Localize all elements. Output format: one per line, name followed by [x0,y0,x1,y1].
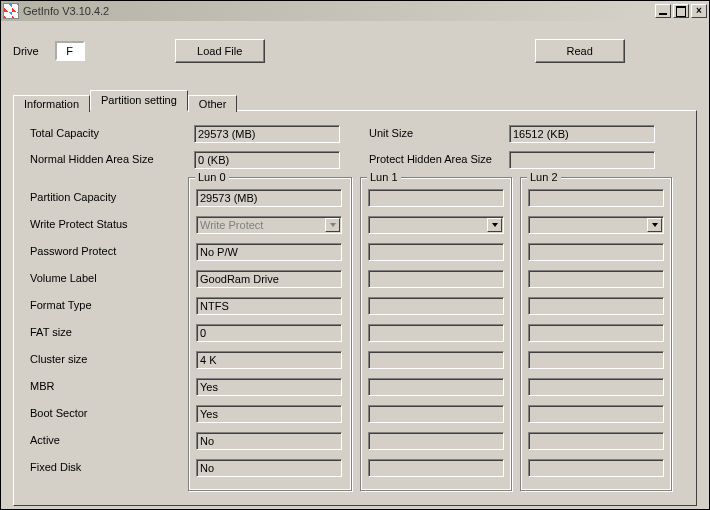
lun1-partition-capacity [368,189,504,207]
lun2-partition-capacity [528,189,664,207]
lun0-format-type: NTFS [196,297,342,315]
tabstrip: Information Partition setting Other [13,89,697,110]
lun0-volume-label: GoodRam Drive [196,270,342,288]
titlebar: GetInfo V3.10.4.2 × [1,1,709,21]
tab-panel: Total Capacity 29573 (MB) Unit Size 1651… [13,110,697,506]
label-mbr: MBR [30,380,54,392]
label-password-protect: Password Protect [30,245,116,257]
lun1-active [368,432,504,450]
lun0-fixed-disk: No [196,459,342,477]
value-unit-size: 16512 (KB) [509,125,655,143]
toolbar: Drive F Load File Read [13,31,697,71]
tab-other[interactable]: Other [188,95,238,112]
chevron-down-icon[interactable] [647,218,662,232]
lun2-cluster-size [528,351,664,369]
legend-lun1: Lun 1 [367,171,401,183]
lun2-active [528,432,664,450]
lun1-format-type [368,297,504,315]
lun1-fat-size [368,324,504,342]
lun1-write-protect-select[interactable] [368,216,504,234]
lun2-format-type [528,297,664,315]
value-protect-hidden [509,151,655,169]
label-fixed-disk: Fixed Disk [30,461,81,473]
tab-information[interactable]: Information [13,95,90,112]
label-volume-label: Volume Label [30,272,97,284]
legend-lun0: Lun 0 [195,171,229,183]
lun1-mbr [368,378,504,396]
app-icon [3,3,19,19]
chevron-down-icon[interactable] [325,218,340,232]
label-protect-hidden: Protect Hidden Area Size [369,153,492,165]
lun2-fixed-disk [528,459,664,477]
lun0-password-protect: No P/W [196,243,342,261]
lun0-partition-capacity: 29573 (MB) [196,189,342,207]
value-normal-hidden: 0 (KB) [194,151,340,169]
lun0-mbr: Yes [196,378,342,396]
lun1-cluster-size [368,351,504,369]
label-active: Active [30,434,60,446]
lun1-password-protect [368,243,504,261]
load-file-button[interactable]: Load File [175,39,265,63]
form-area: Total Capacity 29573 (MB) Unit Size 1651… [26,125,682,495]
legend-lun2: Lun 2 [527,171,561,183]
label-total-capacity: Total Capacity [30,127,99,139]
lun1-fixed-disk [368,459,504,477]
lun0-boot-sector: Yes [196,405,342,423]
read-button[interactable]: Read [535,39,625,63]
lun1-volume-label [368,270,504,288]
lun2-volume-label [528,270,664,288]
chevron-down-icon[interactable] [487,218,502,232]
label-write-protect: Write Protect Status [30,218,128,230]
lun2-fat-size [528,324,664,342]
drive-input[interactable]: F [55,41,85,61]
lun0-cluster-size: 4 K [196,351,342,369]
lun1-boot-sector [368,405,504,423]
drive-label: Drive [13,45,39,57]
window-title: GetInfo V3.10.4.2 [23,5,653,17]
lun0-write-protect-select[interactable]: Write Protect [196,216,342,234]
minimize-button[interactable] [655,4,671,18]
lun2-boot-sector [528,405,664,423]
label-normal-hidden: Normal Hidden Area Size [30,153,154,165]
label-boot-sector: Boot Sector [30,407,87,419]
label-fat-size: FAT size [30,326,72,338]
maximize-button[interactable] [673,4,689,18]
title-buttons: × [653,4,707,18]
lun0-fat-size: 0 [196,324,342,342]
window: GetInfo V3.10.4.2 × Drive F Load File Re… [0,0,710,510]
label-partition-capacity: Partition Capacity [30,191,116,203]
lun2-mbr [528,378,664,396]
value-total-capacity: 29573 (MB) [194,125,340,143]
client-area: Drive F Load File Read Information Parti… [1,21,709,509]
lun0-active: No [196,432,342,450]
label-cluster-size: Cluster size [30,353,87,365]
lun2-write-protect-select[interactable] [528,216,664,234]
label-format-type: Format Type [30,299,92,311]
lun2-password-protect [528,243,664,261]
label-unit-size: Unit Size [369,127,413,139]
close-button[interactable]: × [691,4,707,18]
lun0-write-protect-value: Write Protect [200,219,263,231]
tab-partition-setting[interactable]: Partition setting [90,90,188,111]
